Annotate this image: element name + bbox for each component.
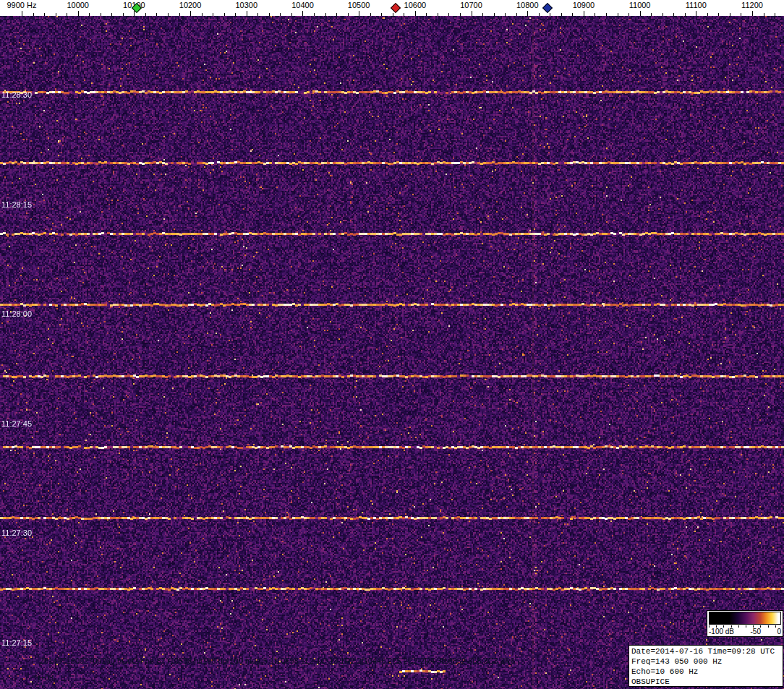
- freq-tick: [550, 13, 550, 16]
- info-line-frequency: Freq=143 050 000 Hz: [631, 656, 780, 667]
- freq-tick: [257, 13, 258, 16]
- freq-tick: [33, 13, 34, 16]
- freq-tick: [673, 13, 674, 16]
- freq-label: 11200: [729, 1, 775, 9]
- time-label: 11:28:15: [1, 200, 32, 209]
- freq-tick: [381, 13, 382, 16]
- freq-tick: [629, 13, 629, 16]
- freq-tick: [156, 13, 157, 16]
- freq-tick: [730, 13, 730, 16]
- freq-tick: [752, 11, 753, 16]
- freq-tick: [213, 13, 213, 16]
- freq-label: 10300: [223, 1, 270, 9]
- freq-tick: [651, 13, 652, 16]
- frequency-axis: 9900 Hz100001010010200103001040010500106…: [0, 0, 784, 16]
- info-line-station: OBSUPICE: [631, 677, 780, 687]
- freq-tick: [89, 13, 90, 16]
- freq-tick: [662, 13, 663, 16]
- freq-tick: [584, 11, 584, 16]
- freq-tick: [123, 13, 124, 16]
- freq-tick: [472, 11, 472, 16]
- freq-tick: [247, 11, 247, 16]
- freq-tick: [393, 13, 393, 16]
- freq-tick: [359, 11, 359, 16]
- colorbar-gradient: [709, 612, 781, 625]
- freq-tick: [764, 13, 764, 16]
- freq-tick: [370, 13, 371, 16]
- colorbar-min-label: -100 dB: [709, 628, 734, 636]
- freq-tick: [101, 13, 101, 16]
- freq-tick: [482, 13, 483, 16]
- freq-tick: [145, 13, 146, 16]
- freq-label: 10400: [279, 1, 325, 9]
- time-label: 11:27:30: [1, 528, 32, 537]
- freq-tick: [415, 11, 416, 16]
- freq-tick: [685, 13, 686, 16]
- freq-tick: [314, 13, 315, 16]
- freq-tick: [494, 13, 495, 16]
- spectrogram-waterfall: [0, 16, 784, 689]
- freq-label: 10700: [448, 1, 495, 9]
- freq-tick: [516, 13, 517, 16]
- freq-tick: [505, 13, 506, 16]
- freq-tick: [336, 13, 337, 16]
- meteor-spectrogram-viewer: 9900 Hz100001010010200103001040010500106…: [0, 0, 784, 689]
- time-offset-tag: ^t+09: [34, 673, 54, 682]
- freq-tick: [269, 13, 270, 16]
- freq-tick: [561, 13, 562, 16]
- freq-tick: [325, 13, 326, 16]
- info-line-echo: Echo=10 600 Hz: [631, 667, 780, 677]
- freq-tick: [190, 11, 191, 16]
- freq-label: 10000: [55, 1, 101, 9]
- detection-annotation: 20140716092709260 hCnt24 nb-87 f10598 hi…: [40, 656, 517, 665]
- freq-tick: [235, 13, 236, 16]
- freq-tick: [448, 13, 449, 16]
- colorbar-mid-label: -50: [751, 628, 761, 636]
- time-label: 11:28:00: [1, 309, 32, 318]
- freq-tick: [202, 13, 203, 16]
- freq-tick: [56, 13, 56, 16]
- freq-tick: [460, 13, 461, 16]
- freq-label: 11000: [617, 1, 663, 9]
- freq-label: 10500: [336, 1, 382, 9]
- freq-tick: [640, 11, 641, 16]
- freq-tick: [67, 13, 67, 16]
- freq-tick: [527, 11, 528, 16]
- freq-tick: [168, 13, 169, 16]
- time-label: 11:27:15: [1, 638, 32, 647]
- freq-tick: [179, 13, 180, 16]
- freq-tick: [348, 13, 349, 16]
- freq-tick: [426, 13, 427, 16]
- freq-tick: [44, 13, 45, 16]
- freq-tick: [291, 13, 292, 16]
- time-label: 11:27:45: [1, 419, 32, 428]
- freq-tick: [606, 13, 607, 16]
- freq-tick: [438, 13, 438, 16]
- freq-tick: [718, 13, 719, 16]
- freq-tick: [707, 13, 708, 16]
- colorbar-labels: -100 dB -50 0: [709, 628, 781, 636]
- freq-tick: [404, 13, 404, 16]
- time-label: 11:28:30: [1, 90, 32, 99]
- freq-tick: [224, 13, 225, 16]
- observation-info-panel: Date=2014-07-16 Time=09:28 UTC Freq=143 …: [629, 645, 783, 687]
- freq-tick: [539, 13, 540, 16]
- freq-label: 10200: [167, 1, 213, 9]
- freq-label: 9900 Hz: [0, 1, 45, 9]
- freq-tick: [775, 13, 775, 16]
- freq-label: 10900: [561, 1, 607, 9]
- db-colorbar: -100 dB -50 0: [707, 610, 783, 637]
- freq-tick: [572, 13, 573, 16]
- freq-tick: [741, 13, 741, 16]
- freq-tick: [22, 11, 22, 16]
- freq-tick: [302, 11, 303, 16]
- freq-label: 11100: [673, 1, 719, 9]
- freq-tick: [280, 13, 281, 16]
- info-line-date-time: Date=2014-07-16 Time=09:28 UTC: [631, 646, 780, 656]
- freq-tick: [696, 11, 696, 16]
- freq-tick: [111, 13, 112, 16]
- freq-tick: [595, 13, 595, 16]
- freq-tick: [78, 11, 79, 16]
- freq-tick: [618, 13, 618, 16]
- colorbar-max-label: 0: [777, 628, 781, 636]
